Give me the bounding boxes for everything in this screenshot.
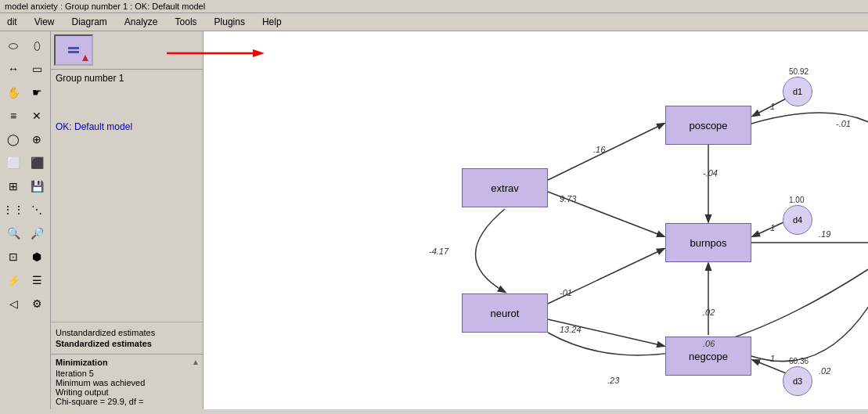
latent-tool[interactable]: ≡ [2,105,24,127]
tool-row-11: ⚡ ☰ [2,269,48,291]
unstandardized-label[interactable]: Unstandardized estimates [56,327,198,338]
tool-row-9: 🔍 🔎 [2,222,48,244]
hand-tool[interactable]: ✋ [2,81,24,103]
menu-help[interactable]: Help [260,16,284,28]
menu-analyze[interactable]: Analyze [122,16,160,28]
standardized-label[interactable]: Standardized estimates [56,338,198,349]
toolbar-left: ⬭ ⬯ ↔ ▭ ✋ ☛ ≡ ✕ ◯ ⊕ ⬜ ⬛ ⊞ 💾 ⋮⋮ ⋱ [0,31,51,409]
tool-row-10: ⊡ ⬢ [2,246,48,268]
lbl-02b: .02 [819,366,830,376]
lbl-417: -4.17 [429,247,448,256]
tool-row-8: ⋮⋮ ⋱ [2,199,48,221]
scroll-indicator[interactable]: ▲ [192,358,200,366]
tool-row-12: ◁ ⚙ [2,293,48,315]
observe-tool[interactable]: ⬯ [26,34,48,56]
circle-d1: d1 [783,77,812,106]
box-poscope-label: poscope [689,120,727,131]
menu-dit[interactable]: dit [5,16,20,28]
min-line-1: Minimum was achieved [56,378,198,387]
menu-bar: dit View Diagram Analyze Tools Plugins H… [0,13,868,31]
panel-left: Group number 1 OK: Default model Unstand… [51,31,203,409]
fit-tool[interactable]: ⊡ [2,246,24,268]
circle-d4: d4 [783,205,812,235]
box-extrav-label: extrav [491,182,518,194]
circle-d3: d3 [783,366,812,396]
tool-row-6: ⬜ ⬛ [2,152,48,174]
arrow-tool[interactable]: ↔ [2,58,24,80]
config-tool[interactable]: ⚙ [26,293,48,315]
model-label: OK: Default model [51,118,203,135]
param-tool[interactable]: ⬛ [26,152,48,174]
box-neurot-label: neurot [491,308,520,319]
tool-row-7: ⊞ 💾 [2,175,48,197]
connect-tool[interactable]: ⊕ [26,128,48,150]
menu-tools[interactable]: Tools [173,16,200,28]
circle-d4-label: d4 [793,215,802,225]
select-tool[interactable]: ⬭ [2,34,24,56]
box-poscope: poscope [665,106,751,145]
min-line-0: Iteration 5 [56,369,198,378]
d3-val: 60.36 [789,357,809,365]
min-line-3: Chi-square = 29.9, df = [56,397,198,406]
red-arrow-indicator [167,48,268,59]
move-tool[interactable]: ☛ [26,81,48,103]
circle-d1-label: d1 [793,87,802,96]
title-text: model anxiety : Group number 1 : OK: Def… [5,2,205,11]
box-neurot: neurot [462,293,548,333]
tool-row-3: ✋ ☛ [2,81,48,103]
nodes-tool[interactable]: ⋱ [26,199,48,221]
lbl-16: .16 [593,145,605,154]
tool-row-1: ⬭ ⬯ [2,34,48,56]
lbl-02: .02 [703,308,715,317]
lbl-n01b: -.01 [836,119,851,128]
main-area: ⬭ ⬯ ↔ ▭ ✋ ☛ ≡ ✕ ◯ ⊕ ⬜ ⬛ ⊞ 💾 ⋮⋮ ⋱ [0,31,868,409]
menu-diagram[interactable]: Diagram [69,16,109,28]
box-burnpos-label: burnpos [690,237,727,249]
box-extrav: extrav [462,168,548,207]
lbl-1-d3: 1 [770,354,775,363]
lbl-973: 9.73 [560,194,576,203]
tool-row-5: ◯ ⊕ [2,128,48,150]
d1-val: 50.92 [789,67,809,76]
lbl-06: .06 [703,339,715,348]
menu-plugins[interactable]: Plugins [212,16,247,28]
grid-tool[interactable]: ⊞ [2,175,24,197]
multi-tool[interactable]: ☰ [26,269,48,291]
circle-tool[interactable]: ◯ [2,128,24,150]
copy-tool[interactable]: ⬢ [26,246,48,268]
menu-view[interactable]: View [32,16,57,28]
minimization-section: Minimization Iteration 5 Minimum was ach… [51,354,203,409]
diagram-area: extrav neurot poscope burnpos negcope an… [203,31,868,409]
min-line-2: Writing output [56,387,198,397]
lbl-23: .23 [607,376,619,385]
svg-line-2 [548,124,664,180]
lbl-19: .19 [819,229,830,239]
x-tool[interactable]: ✕ [26,105,48,127]
group-label: Group number 1 [51,70,203,87]
circle-d3-label: d3 [793,376,802,386]
tool-row-4: ≡ ✕ [2,105,48,127]
rect-tool[interactable]: ▭ [26,58,48,80]
box-burnpos: burnpos [665,223,751,262]
back-tool[interactable]: ◁ [2,293,24,315]
link-tool[interactable]: ⬜ [2,152,24,174]
list-tool[interactable]: ⋮⋮ [2,199,24,221]
zoom-in-tool[interactable]: 🔍 [2,222,24,244]
minimization-title: Minimization [56,358,198,367]
diagram-svg [203,31,868,409]
path-tool[interactable]: ⚡ [2,269,24,291]
d4-val: 1.00 [789,196,804,204]
estimates-section: Unstandardized estimates Standardized es… [51,322,203,354]
title-bar: model anxiety : Group number 1 : OK: Def… [0,0,868,13]
panel-icon-1[interactable] [54,34,93,66]
lbl-1-d4: 1 [770,223,775,232]
svg-marker-1 [253,49,265,57]
box-negcope-label: negcope [689,351,728,362]
lbl-n01: -01 [560,288,572,297]
lbl-1-d1: 1 [770,102,775,111]
save-tool[interactable]: 💾 [26,175,48,197]
lbl-04: -.04 [703,168,718,178]
tool-row-2: ↔ ▭ [2,58,48,80]
zoom-out-tool[interactable]: 🔎 [26,222,48,244]
lbl-1324: 13.24 [560,325,582,334]
